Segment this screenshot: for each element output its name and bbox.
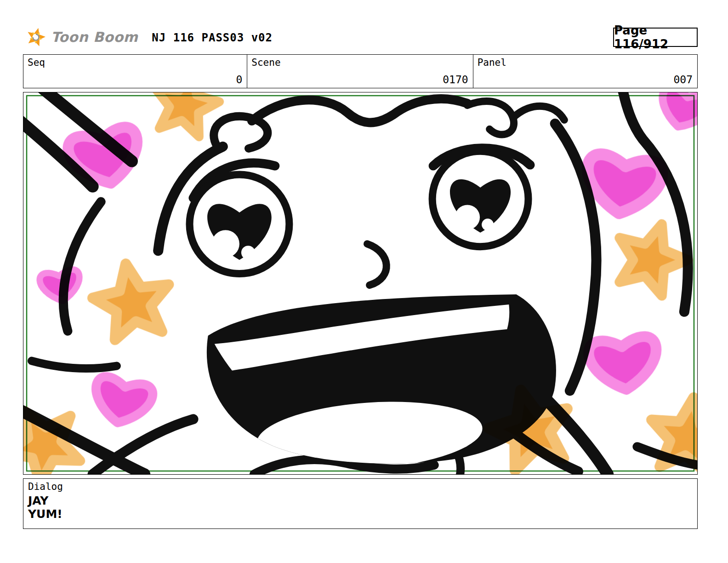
panel-cell: Panel 007: [473, 55, 697, 88]
toonboom-logo-icon: [25, 26, 47, 48]
mouth: [207, 294, 556, 474]
storyboard-drawing: [23, 92, 697, 474]
document-title: NJ 116 PASS03 v02: [152, 29, 273, 44]
scene-label: Scene: [251, 57, 280, 68]
dialog-label: Dialog: [28, 481, 693, 492]
heart-icon: [66, 125, 145, 190]
storyboard-panel-frame: [23, 92, 698, 475]
hair-stroke: [252, 99, 467, 123]
hair-curl: [513, 106, 564, 120]
star-icon: [88, 257, 176, 342]
face-outline: [63, 201, 101, 331]
heart-icon: [655, 92, 697, 134]
seq-cell: Seq 0: [23, 55, 247, 88]
heart-icon: [39, 269, 82, 304]
eye-highlight: [241, 246, 255, 259]
eye-highlight: [212, 230, 239, 258]
dialog-line: YUM!: [28, 508, 693, 521]
right-eye: [432, 151, 529, 247]
header-brand: Toon Boom NJ 116 PASS03 v02: [25, 25, 273, 48]
shot-info-table: Seq 0 Scene 0170 Panel 007: [23, 54, 698, 88]
eye-highlight: [482, 218, 494, 230]
hair-curl: [467, 101, 514, 134]
dialog-line: JAY: [28, 494, 693, 508]
seq-value: 0: [236, 74, 242, 86]
scene-value: 0170: [443, 74, 468, 86]
panel-value: 007: [673, 74, 693, 86]
page-number-box: Page 116/912: [613, 28, 698, 47]
left-eye: [189, 175, 289, 274]
dialog-lines: JAY YUM!: [28, 494, 693, 521]
nose: [367, 244, 387, 285]
heart-icon: [90, 375, 154, 429]
eye-highlight: [455, 205, 480, 230]
arm-stroke: [93, 419, 193, 474]
seq-label: Seq: [28, 57, 45, 68]
heart-icon: [587, 335, 660, 393]
dialog-box: Dialog JAY YUM!: [23, 478, 698, 529]
star-icon: [645, 392, 697, 474]
scene-cell: Scene 0170: [247, 55, 473, 88]
panel-label: Panel: [478, 57, 506, 68]
star-icon: [23, 392, 92, 474]
logo-text: Toon Boom: [51, 29, 138, 45]
shoulder-stroke: [32, 361, 117, 368]
page-number-label: Page 116/912: [614, 23, 697, 51]
